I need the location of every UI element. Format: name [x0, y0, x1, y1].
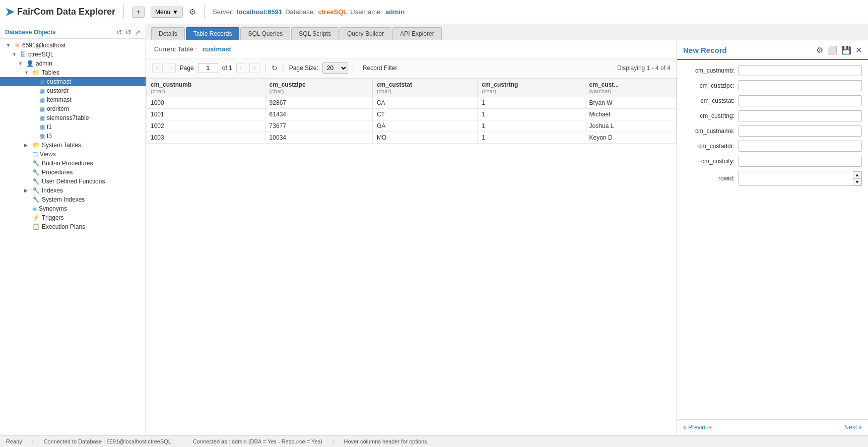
- col-header-cm-custrtng[interactable]: cm_custrtng(char): [478, 79, 585, 97]
- first-page-button[interactable]: «: [152, 63, 163, 73]
- new-record-copy-icon[interactable]: ⬜: [827, 45, 837, 55]
- data-table-wrapper: cm_custnumb(char)cm_custzipc(char)cm_cus…: [146, 78, 677, 144]
- sidebar-item-triggers[interactable]: ⚡Triggers: [0, 213, 146, 222]
- last-page-button[interactable]: »: [249, 63, 260, 73]
- prev-page-button[interactable]: ‹: [167, 63, 176, 73]
- col-header-cm-custnumb[interactable]: cm_custnumb(char): [147, 79, 265, 97]
- page-size-select[interactable]: 10 20 50 100: [322, 62, 348, 74]
- table-cell: Joshua L: [585, 120, 676, 132]
- add-button[interactable]: +: [132, 7, 145, 18]
- tree-icon-exec_plans: 📋: [32, 223, 40, 230]
- settings-icon[interactable]: ⚙: [189, 7, 196, 17]
- sidebar-item-ctreesql[interactable]: ▼🗄ctreeSQL: [0, 50, 146, 59]
- refresh-icon-1[interactable]: ↺: [116, 28, 122, 36]
- table-row[interactable]: 100161434CT1Michael: [147, 109, 677, 120]
- sidebar-item-system_indexes[interactable]: 🔧System Indexes: [0, 195, 146, 204]
- table-row[interactable]: 100273677GA1Joshua L: [147, 120, 677, 132]
- sidebar-item-exec_plans[interactable]: 📋Execution Plans: [0, 222, 146, 231]
- col-header-cm-cust---[interactable]: cm_cust...(varchar): [585, 79, 676, 97]
- table-cell: MO: [372, 132, 477, 144]
- sidebar-item-siemenss7table[interactable]: ▦siemenss7table: [0, 113, 146, 122]
- logo-icon: ➤: [5, 6, 14, 19]
- form-field-cm-custnumb-[interactable]: [739, 65, 862, 76]
- new-record-header: New Record ⚙ ⬜ 💾 ✕: [677, 40, 868, 60]
- form-field-cm-custname-[interactable]: [739, 125, 862, 137]
- table-cell: 1001: [147, 109, 265, 120]
- form-row-cm-custstat-: cm_custstat:: [683, 95, 862, 106]
- sidebar-item-custmast[interactable]: ▦custmast: [0, 77, 146, 86]
- spin-down[interactable]: ▼: [853, 178, 861, 185]
- form-label: cm_custaddr:: [683, 143, 739, 150]
- form-field-cm-custzipc-[interactable]: [739, 80, 862, 91]
- prev-record-button[interactable]: « Previous: [683, 424, 712, 431]
- col-header-cm-custstat[interactable]: cm_custstat(char): [372, 79, 477, 97]
- form-field-cm-custstat-[interactable]: [739, 95, 862, 106]
- new-record-footer: « Previous Next »: [677, 419, 868, 435]
- form-label: cm_custcity:: [683, 158, 739, 165]
- sidebar-item-indexes[interactable]: ▶🔧Indexes: [0, 186, 146, 195]
- sidebar-item-synonyms[interactable]: ◈Synonyms: [0, 204, 146, 213]
- next-record-button[interactable]: Next »: [844, 424, 862, 431]
- sidebar-label-procedures: Procedures: [42, 169, 73, 176]
- new-record-settings-icon[interactable]: ⚙: [816, 45, 823, 55]
- sidebar-item-t1[interactable]: ▦t1: [0, 122, 146, 132]
- current-table-bar: Current Table : custmast: [146, 40, 677, 58]
- col-header-cm-custzipc[interactable]: cm_custzipc(char): [265, 79, 372, 97]
- tab-sql-scripts[interactable]: SQL Scripts: [291, 27, 339, 40]
- new-record-title: New Record: [683, 46, 727, 54]
- sidebar-item-t3[interactable]: ▦t3: [0, 132, 146, 141]
- tab-table-records[interactable]: Table Records: [186, 27, 240, 40]
- server-value[interactable]: localhost:6591: [237, 8, 282, 16]
- sidebar-item-udf[interactable]: 🔧User Defined Functions: [0, 177, 146, 186]
- tree-icon-udf: 🔧: [32, 178, 40, 185]
- new-record-close-icon[interactable]: ✕: [855, 45, 862, 55]
- sidebar-item-ordritem[interactable]: ▦ordritem: [0, 104, 146, 113]
- of-label: of 1: [222, 65, 232, 72]
- sidebar-item-builtin_procs[interactable]: 🔧Built-in Procedures: [0, 159, 146, 168]
- db-value[interactable]: ctreeSQL: [318, 8, 348, 16]
- pagination-bar: « ‹ Page of 1 › » | ↻ | Page Size: 10 20…: [146, 58, 677, 78]
- top-bar: ➤ FairCom Data Explorer + Menu ▼ ⚙ Serve…: [0, 0, 868, 24]
- sidebar-label-ordritem: ordritem: [47, 105, 69, 112]
- tab-details[interactable]: Details: [151, 27, 185, 40]
- tree-icon-custmast: ▦: [39, 78, 45, 85]
- spin-up[interactable]: ▲: [853, 171, 861, 178]
- refresh-icon-2[interactable]: ↺: [125, 28, 131, 36]
- external-link-icon[interactable]: ↗: [135, 28, 141, 36]
- status-ready: Ready: [6, 438, 22, 444]
- tab-api-explorer[interactable]: API Explorer: [392, 27, 441, 40]
- display-info: Displaying 1 - 4 of 4: [617, 65, 671, 72]
- sidebar-label-builtin_procs: Built-in Procedures: [42, 160, 93, 167]
- form-field-cm-custaddr-[interactable]: [739, 141, 862, 152]
- tab-query-builder[interactable]: Query Builder: [340, 27, 391, 40]
- sidebar-item-procedures[interactable]: 🔧Procedures: [0, 168, 146, 177]
- sidebar-item-custordr[interactable]: ▦custordr: [0, 86, 146, 95]
- tab-sql-queries[interactable]: SQL Queries: [240, 27, 290, 40]
- form-field-cm-custrtng-[interactable]: [739, 110, 862, 121]
- next-page-button[interactable]: ›: [236, 63, 245, 73]
- menu-button[interactable]: Menu ▼: [151, 7, 183, 18]
- refresh-button[interactable]: ↻: [272, 64, 278, 72]
- sidebar-label-admin: admin: [36, 60, 52, 67]
- table-row[interactable]: 100092867CA1Bryan W: [147, 97, 677, 109]
- sidebar-item-tables[interactable]: ▼📁Tables: [0, 68, 146, 77]
- rowid-input[interactable]: [739, 173, 853, 183]
- current-table-link[interactable]: custmast: [203, 45, 231, 53]
- sidebar-item-views[interactable]: ◫Views: [0, 150, 146, 159]
- data-table: cm_custnumb(char)cm_custzipc(char)cm_cus…: [146, 78, 677, 144]
- page-input[interactable]: [198, 63, 218, 73]
- sidebar-item-itemmast[interactable]: ▦itemmast: [0, 95, 146, 104]
- server-info: Server: localhost:6591 Database: ctreeSQ…: [213, 8, 405, 16]
- new-record-save-icon[interactable]: 💾: [841, 45, 851, 55]
- table-row[interactable]: 100310034MO1Keyon D: [147, 132, 677, 144]
- record-filter-button[interactable]: Record Filter: [360, 63, 400, 73]
- sidebar-label-t1: t1: [47, 123, 52, 131]
- form-field-cm-custcity-[interactable]: [739, 156, 862, 167]
- sidebar-item-root[interactable]: ▼🖥6591@localhost: [0, 41, 146, 50]
- tree-icon-tables: 📁: [32, 69, 40, 76]
- user-value[interactable]: admin: [385, 8, 405, 16]
- tree-icon-procedures: 🔧: [32, 169, 40, 176]
- sidebar-item-admin[interactable]: ▼👤admin: [0, 59, 146, 68]
- tree-icon-system_indexes: 🔧: [32, 196, 40, 203]
- sidebar-item-system_tables[interactable]: ▶📁System Tables: [0, 141, 146, 150]
